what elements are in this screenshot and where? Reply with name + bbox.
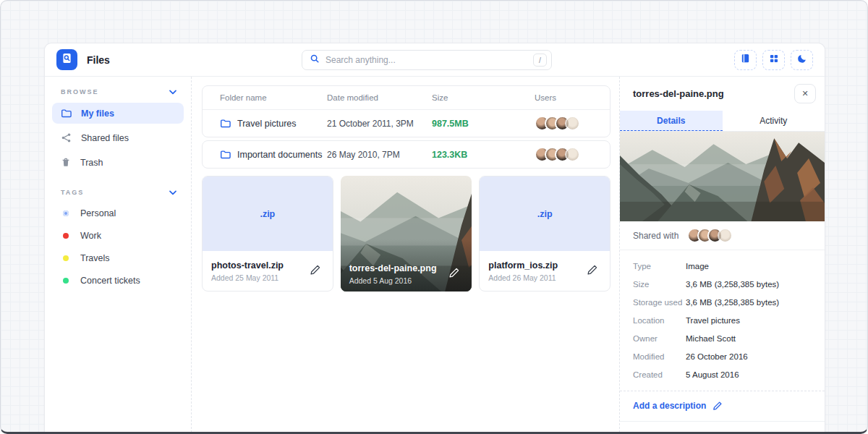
tag-item-personal[interactable]: Personal: [52, 203, 184, 224]
detail-value: 5 August 2016: [686, 370, 739, 379]
detail-label: Modified: [633, 352, 686, 361]
avatar: [565, 147, 580, 162]
detail-row-size: Size 3,6 MB (3,258,385 bytes): [633, 275, 812, 293]
file-size: 987.5MB: [432, 119, 535, 129]
file-added-date: Added 5 Aug 2016: [349, 276, 446, 285]
add-description-row: Add a description: [620, 391, 825, 422]
close-panel-button[interactable]: ✕: [794, 84, 816, 103]
folder-name: Important documents: [237, 150, 322, 160]
file-card-thumbnail: .zip: [480, 176, 610, 251]
tab-details[interactable]: Details: [620, 111, 723, 131]
file-card-photos-travel[interactable]: .zip photos-travel.zip Added 25 May 2011: [202, 176, 333, 292]
shared-with-label: Shared with: [633, 231, 678, 241]
tag-color-dot: [63, 278, 69, 284]
folder-icon: [220, 149, 231, 160]
search-bar[interactable]: /: [302, 50, 552, 70]
tags-section-header[interactable]: TAGS: [52, 183, 184, 203]
sidebar-item-trash[interactable]: Trash: [52, 152, 184, 173]
tag-label: Personal: [80, 208, 116, 218]
sidebar-item-my-files[interactable]: My files: [52, 103, 184, 124]
folder-table-row-card: Important documents 26 May 2010, 7PM 123…: [202, 140, 610, 169]
file-card-platform-ios[interactable]: .zip platform_ios.zip Added 26 May 2011: [479, 176, 610, 292]
chevron-down-icon: [169, 90, 176, 95]
table-row[interactable]: Travel pictures 21 October 2011, 3PM 987…: [203, 110, 610, 137]
main-content: Folder name Date modified Size Users Tra…: [192, 77, 619, 433]
sidebar: BROWSE My files Shared files: [45, 77, 192, 433]
pencil-icon[interactable]: [712, 401, 723, 411]
detail-value: Image: [686, 262, 709, 271]
shared-with-row: Shared with: [620, 221, 825, 250]
detail-value: 3,6 MB (3,258,385 bytes): [686, 280, 779, 289]
edit-file-button[interactable]: [446, 264, 463, 284]
avatar: [565, 116, 580, 131]
file-added-date: Added 26 May 2011: [488, 273, 584, 282]
files-app-window: Files /: [44, 43, 825, 433]
book-icon: [740, 53, 751, 67]
add-description-link[interactable]: Add a description: [633, 401, 706, 411]
date-modified: 21 October 2011, 3PM: [327, 119, 432, 129]
dark-mode-button[interactable]: [791, 50, 813, 70]
detail-label: Storage used: [633, 298, 686, 307]
avatar: [718, 228, 733, 243]
browse-section-header[interactable]: BROWSE: [52, 82, 184, 103]
browse-section-label: BROWSE: [61, 88, 99, 95]
file-details-list: Type Image Size 3,6 MB (3,258,385 bytes)…: [620, 250, 825, 391]
detail-row-type: Type Image: [633, 257, 812, 275]
edit-file-button[interactable]: [307, 261, 324, 281]
sidebar-item-label: Shared files: [81, 133, 129, 143]
detail-value: 3,6 MB (3,258,385 bytes): [686, 298, 779, 307]
tag-item-work[interactable]: Work: [52, 226, 184, 246]
detail-label: Location: [633, 316, 686, 325]
tab-activity[interactable]: Activity: [723, 111, 825, 131]
tag-item-travels[interactable]: Travels: [52, 248, 184, 268]
file-card-torres-del-paine[interactable]: torres-del-paine.png Added 5 Aug 2016: [341, 176, 472, 292]
book-button[interactable]: [734, 50, 757, 70]
file-search-icon: [61, 52, 73, 67]
detail-value: Michael Scott: [686, 334, 736, 343]
folder-icon: [61, 108, 72, 119]
detail-label: Type: [633, 262, 686, 271]
zip-type-badge: .zip: [537, 209, 553, 219]
tags-section-label: TAGS: [61, 189, 84, 196]
detail-row-location: Location Travel pictures: [633, 311, 812, 329]
file-card-thumbnail: .zip: [203, 176, 333, 251]
search-input[interactable]: [326, 55, 533, 65]
page-title: Files: [87, 54, 110, 66]
file-name: platform_ios.zip: [488, 260, 584, 271]
panel-tabs: Details Activity: [620, 111, 825, 132]
sidebar-item-label: Trash: [80, 158, 103, 168]
users-avatars: [535, 147, 592, 162]
chevron-down-icon: [169, 190, 176, 195]
date-modified: 26 May 2010, 7PM: [327, 150, 432, 160]
column-header-size: Size: [432, 93, 535, 102]
dark-mode-moon-icon: [797, 54, 807, 67]
tag-label: Work: [80, 231, 101, 241]
detail-row-owner: Owner Michael Scott: [633, 329, 812, 347]
edit-file-button[interactable]: [584, 261, 601, 281]
column-header-users: Users: [535, 93, 592, 102]
detail-label: Created: [633, 370, 686, 379]
folder-name: Travel pictures: [237, 119, 297, 129]
folder-icon: [220, 118, 231, 129]
grid-view-button[interactable]: [762, 50, 785, 70]
file-cards-grid: .zip photos-travel.zip Added 25 May 2011: [202, 176, 610, 292]
table-row[interactable]: Important documents 26 May 2010, 7PM 123…: [203, 141, 610, 168]
file-size: 123.3KB: [432, 150, 535, 160]
details-panel: torres-del-paine.png ✕ Details Activity …: [619, 77, 825, 433]
zip-type-badge: .zip: [260, 209, 275, 219]
pencil-icon: [587, 264, 598, 278]
file-name: torres-del-paine.png: [349, 263, 446, 273]
detail-value: Travel pictures: [686, 316, 740, 325]
panel-file-title: torres-del-paine.png: [633, 88, 794, 99]
tag-label: Travels: [80, 253, 110, 263]
column-header-date-modified: Date modified: [327, 93, 432, 102]
search-shortcut-key: /: [533, 54, 547, 67]
tags-list: Personal Work Travels Concert tickets: [52, 203, 184, 291]
detail-row-created: Created 5 August 2016: [633, 365, 812, 383]
grid-view-icon: [769, 54, 779, 67]
sidebar-item-shared-files[interactable]: Shared files: [52, 127, 184, 148]
tag-color-dot: [63, 210, 69, 216]
tag-item-concert-tickets[interactable]: Concert tickets: [52, 271, 184, 291]
share-icon: [61, 132, 72, 143]
app-header: Files /: [45, 43, 825, 77]
